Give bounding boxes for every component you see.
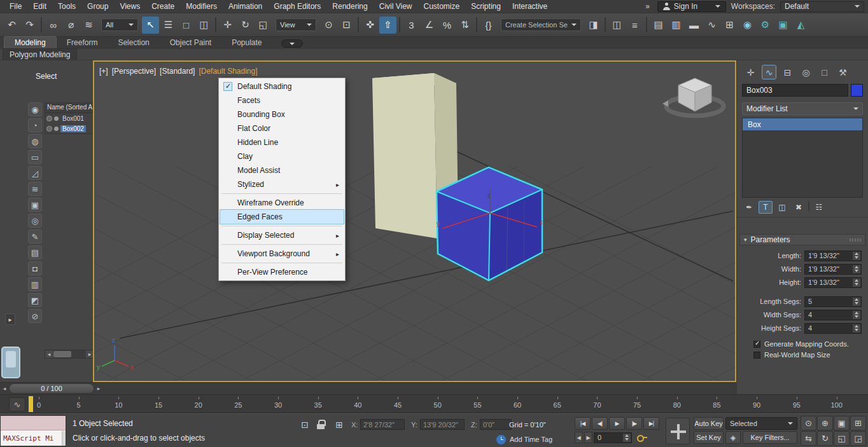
zoom-region-icon[interactable]: ◱ (834, 431, 850, 446)
toolbar-overflow-chevron[interactable]: » (643, 2, 652, 11)
selection-region-icon[interactable]: □ (178, 17, 195, 34)
context-menu-item[interactable] (221, 244, 342, 245)
context-menu-item[interactable]: Flat Color (220, 121, 344, 135)
scroll-left-button[interactable]: ◂ (45, 350, 53, 358)
spinner-snap-icon[interactable]: ⇅ (456, 17, 473, 34)
modify-tab-icon[interactable]: ∿ (762, 65, 776, 79)
remove-modifier-icon[interactable]: ✖ (792, 201, 806, 214)
object-color-swatch[interactable] (851, 84, 863, 97)
pan-icon[interactable]: ⇆ (801, 431, 816, 446)
menu-item[interactable]: Create (146, 1, 180, 12)
ribbon-config-button[interactable] (281, 39, 303, 48)
tab-polygon-modeling[interactable]: Polygon Modeling (3, 48, 77, 60)
context-menu-item[interactable]: Per-View Preference (220, 265, 344, 279)
macro-recorder-pane[interactable] (1, 416, 66, 430)
go-to-start-button[interactable]: |◀ (575, 417, 591, 430)
mirror-icon[interactable]: ◫ (608, 17, 626, 34)
parameter-spinner[interactable]: 1'9 13/32" (804, 251, 862, 261)
utilities-tab-icon[interactable]: ⚒ (836, 65, 850, 79)
toggle-scene-explorer-icon[interactable]: ▤ (650, 17, 667, 34)
track-bar[interactable]: ∿ 05101520253035404550556065707580859095… (0, 394, 868, 413)
zoom-extents-all-icon[interactable]: ⊞ (850, 416, 866, 430)
menu-item[interactable]: Civil View (374, 1, 418, 12)
parameter-spinner[interactable]: 4 (804, 310, 862, 320)
maxscript-mini-listener[interactable]: MAXScript Mi (0, 415, 66, 446)
render-setup-icon[interactable]: ⚙ (757, 17, 774, 34)
time-slider-track[interactable]: ◂ 0 / 100 ▸ (0, 382, 736, 394)
current-frame-field[interactable]: 0 (594, 432, 632, 443)
toggle-ribbon-icon[interactable]: ▬ (685, 17, 703, 34)
context-menu-item[interactable]: Model Assist (220, 163, 344, 177)
menu-item[interactable]: Rendering (326, 1, 373, 12)
show-end-result-icon[interactable]: T (759, 201, 773, 214)
select-tool-icon-7[interactable]: ▣ (28, 198, 42, 212)
slider-next-button[interactable]: ▸ (95, 384, 102, 393)
select-tool-icon-11[interactable]: ◘ (28, 261, 42, 275)
angle-snap-icon[interactable]: ∠ (421, 17, 438, 34)
context-menu-item[interactable]: Display Selected (220, 228, 344, 242)
select-by-name-icon[interactable]: ☰ (160, 17, 177, 34)
context-menu-item[interactable]: Facets (220, 93, 344, 107)
context-menu-item[interactable]: Edged Faces (220, 210, 344, 224)
ribbon-tab[interactable]: Object Paint (160, 37, 221, 49)
display-tab-icon[interactable]: □ (817, 65, 832, 79)
menu-item[interactable]: Customize (418, 1, 466, 12)
parameters-rollout-header[interactable]: Parameters (739, 234, 865, 245)
modifier-list-dropdown[interactable]: Modifier List (742, 102, 863, 115)
z-coordinate-field[interactable]: 0'0" (480, 419, 512, 430)
step-back-button[interactable]: ◀ (575, 432, 583, 443)
add-time-tag-button[interactable]: Add Time Tag (510, 436, 552, 443)
context-menu-item[interactable] (221, 263, 342, 263)
select-and-scale-icon[interactable]: ◱ (255, 17, 272, 34)
animate-selected-dropdown[interactable]: Selected (725, 417, 797, 430)
parameter-checkbox[interactable]: Generate Mapping Coords. (753, 340, 865, 348)
maxscript-listener-pane[interactable]: MAXScript Mi (1, 430, 66, 446)
menu-item[interactable]: Modifiers (180, 1, 223, 12)
set-key-mode-icon[interactable]: ◈ (725, 431, 741, 444)
previous-frame-button[interactable]: ◀| (592, 417, 608, 430)
pan-zoom-navigation-button[interactable] (666, 418, 690, 444)
select-tool-icon-3[interactable]: ◍ (28, 134, 42, 148)
isolate-selection-toggle-icon[interactable]: ⊡ (298, 418, 312, 431)
curve-editor-icon[interactable]: ∿ (703, 17, 720, 34)
object-name-field[interactable]: Box003 (742, 84, 848, 97)
ribbon-tab[interactable]: Populate (221, 37, 272, 49)
redo-icon[interactable]: ↷ (21, 17, 38, 34)
toggle-layer-explorer-icon[interactable]: ▥ (668, 17, 685, 34)
viewport-plus-menu[interactable]: [+] (99, 67, 108, 76)
y-coordinate-field[interactable]: 13'9 20/32" (420, 419, 465, 430)
spinner-arrows-icon[interactable] (623, 434, 631, 442)
viewport-standard-menu[interactable]: [Standard] (160, 67, 195, 76)
step-forward-button[interactable]: ▶ (584, 432, 592, 443)
render-production-icon[interactable]: ◭ (792, 17, 809, 34)
pin-stack-icon[interactable]: ✒ (742, 201, 756, 214)
named-selection-set-dropdown[interactable]: Create Selection Se (501, 18, 581, 31)
material-editor-icon[interactable]: ◉ (739, 17, 756, 34)
select-tool-icon-13[interactable]: ◩ (28, 293, 42, 307)
select-and-rotate-icon[interactable]: ↻ (237, 17, 254, 34)
select-and-move-icon[interactable]: ✛ (219, 17, 236, 34)
menu-item[interactable]: Scripting (465, 1, 507, 12)
context-menu-item[interactable] (221, 193, 342, 194)
edit-named-selections-icon[interactable]: ◨ (585, 17, 602, 34)
viewport-shading-menu[interactable]: [Default Shading] (199, 67, 257, 76)
window-crossing-icon[interactable]: ◫ (195, 17, 213, 34)
snaps-toggle-icon[interactable]: 3 (403, 17, 420, 34)
object-list-header[interactable]: Name (Sorted A (45, 103, 94, 113)
named-selection-sets-icon[interactable]: {} (480, 17, 497, 34)
spinner-arrows-icon[interactable] (853, 279, 860, 287)
menu-item[interactable]: Edit (27, 1, 52, 12)
zoom-icon[interactable]: ⊙ (801, 416, 816, 430)
reference-coordinate-dropdown[interactable]: View (276, 18, 316, 31)
use-pivot-point-icon[interactable]: ⊙ (320, 17, 337, 34)
selection-lock-toggle-icon[interactable] (317, 420, 325, 429)
set-key-button[interactable]: Set Key (694, 431, 724, 444)
create-key-icon[interactable] (637, 432, 647, 443)
spinner-arrows-icon[interactable] (853, 252, 860, 260)
menu-item[interactable]: Tools (52, 1, 81, 12)
keyboard-shortcut-override-icon[interactable]: ⇧ (379, 17, 396, 34)
select-tool-icon-14[interactable]: ⊘ (28, 309, 42, 323)
context-menu-item[interactable]: Stylized (220, 177, 344, 191)
visibility-icon[interactable] (46, 116, 52, 121)
menu-item[interactable]: File (4, 1, 27, 12)
